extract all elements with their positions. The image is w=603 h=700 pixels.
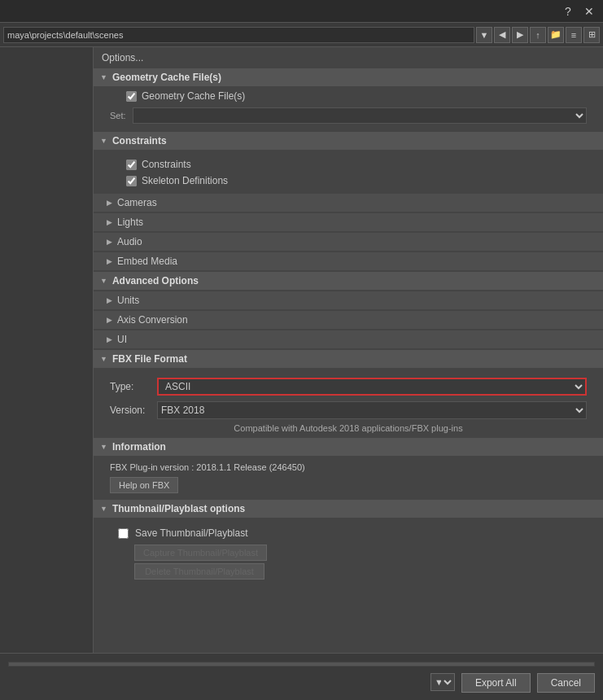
set-row: Set: — [94, 104, 603, 127]
help-button[interactable]: ? — [561, 4, 575, 19]
sidebar — [0, 47, 94, 653]
geometry-cache-section-header[interactable]: ▼ Geometry Cache File(s) — [94, 68, 603, 86]
bottom-bar: ▼ Export All Cancel — [0, 653, 603, 700]
units-section-header[interactable]: ▶ Units — [94, 291, 603, 309]
information-section-header[interactable]: ▼ Information — [94, 438, 603, 456]
title-bar: ? ✕ — [0, 0, 603, 23]
units-label: Units — [117, 295, 139, 306]
cameras-arrow: ▶ — [107, 199, 112, 207]
ui-arrow: ▶ — [107, 335, 112, 343]
geometry-cache-checkbox[interactable] — [126, 91, 137, 102]
path-forward-btn[interactable]: ▶ — [512, 27, 528, 43]
thumbnail-section-header[interactable]: ▼ Thumbnail/Playblast options — [94, 500, 603, 518]
delete-thumbnail-button[interactable]: Delete Thumbnail/Playblast — [134, 563, 264, 580]
axis-conversion-label: Axis Conversion — [117, 314, 188, 326]
version-label: Version: — [110, 405, 151, 416]
audio-arrow: ▶ — [107, 238, 112, 246]
version-row: Version: FBX 2018 FBX 2016 FBX 2014 — [94, 399, 603, 422]
type-row: Type: ASCII Binary — [94, 374, 603, 399]
constraints-checkbox-row: Constraints — [94, 156, 603, 173]
path-input[interactable] — [3, 27, 474, 43]
skeleton-checkbox-label: Skeleton Definitions — [142, 175, 228, 186]
ui-label: UI — [117, 334, 127, 345]
options-header: Options... — [94, 47, 603, 68]
constraints-arrow: ▼ — [100, 137, 107, 145]
lights-section-header[interactable]: ▶ Lights — [94, 213, 603, 231]
advanced-options-arrow: ▼ — [100, 277, 107, 285]
progress-bar — [8, 662, 595, 667]
ui-section-header[interactable]: ▶ UI — [94, 330, 603, 348]
advanced-options-label: Advanced Options — [112, 275, 199, 287]
main-container: Options... ▼ Geometry Cache File(s) Geom… — [0, 47, 603, 653]
path-dropdown-btn[interactable]: ▼ — [476, 27, 492, 43]
constraints-label: Constraints — [112, 135, 167, 147]
close-button[interactable]: ✕ — [582, 4, 596, 19]
thumbnail-arrow: ▼ — [100, 505, 107, 513]
save-thumb-row: Save Thumbnail/Playblast — [94, 524, 603, 542]
path-up-btn[interactable]: ↑ — [530, 27, 546, 43]
constraints-checkbox-label: Constraints — [142, 159, 191, 170]
embed-media-label: Embed Media — [117, 256, 177, 267]
info-content: FBX Plug-in version : 2018.1.1 Release (… — [94, 457, 603, 500]
constraints-checkbox[interactable] — [126, 160, 137, 170]
fbx-label: FBX File Format — [112, 353, 187, 365]
info-version-text: FBX Plug-in version : 2018.1.1 Release (… — [110, 461, 587, 474]
geometry-cache-checkbox-row: Geometry Cache File(s) — [94, 88, 603, 104]
audio-label: Audio — [117, 236, 142, 247]
path-list-btn[interactable]: ≡ — [566, 27, 582, 43]
thumbnail-label: Thumbnail/Playblast options — [112, 503, 245, 514]
path-back-btn[interactable]: ◀ — [494, 27, 510, 43]
embed-media-section-header[interactable]: ▶ Embed Media — [94, 252, 603, 270]
save-thumbnail-label: Save Thumbnail/Playblast — [135, 527, 248, 539]
help-on-fbx-button[interactable]: Help on FBX — [110, 477, 178, 493]
geometry-cache-arrow: ▼ — [100, 73, 107, 81]
path-bar: ▼ ◀ ▶ ↑ 📁 ≡ ⊞ — [0, 23, 603, 47]
compat-text: Compatible with Autodesk 2018 applicatio… — [94, 422, 603, 438]
type-label: Type: — [110, 381, 151, 392]
skeleton-checkbox-row: Skeleton Definitions — [94, 173, 603, 189]
save-thumbnail-checkbox[interactable] — [118, 528, 129, 539]
constraints-section-header[interactable]: ▼ Constraints — [94, 132, 603, 150]
type-select[interactable]: ASCII Binary — [157, 378, 587, 396]
axis-conversion-section-header[interactable]: ▶ Axis Conversion — [94, 311, 603, 329]
cameras-label: Cameras — [117, 197, 157, 208]
lights-arrow: ▶ — [107, 218, 112, 226]
units-arrow: ▶ — [107, 296, 112, 304]
axis-conversion-arrow: ▶ — [107, 316, 112, 324]
fbx-arrow: ▼ — [100, 355, 107, 363]
information-label: Information — [112, 441, 166, 453]
embed-media-arrow: ▶ — [107, 257, 112, 265]
information-arrow: ▼ — [100, 443, 107, 451]
skeleton-checkbox[interactable] — [126, 176, 137, 186]
fbx-file-format-section-header[interactable]: ▼ FBX File Format — [94, 350, 603, 368]
geometry-cache-checkbox-label: Geometry Cache File(s) — [142, 90, 245, 102]
path-grid-btn[interactable]: ⊞ — [583, 27, 600, 43]
lights-label: Lights — [117, 217, 143, 228]
export-all-button[interactable]: Export All — [461, 673, 531, 693]
cameras-section-header[interactable]: ▶ Cameras — [94, 194, 603, 212]
path-folder-btn[interactable]: 📁 — [548, 27, 564, 43]
version-select[interactable]: FBX 2018 FBX 2016 FBX 2014 — [157, 401, 587, 419]
cancel-button[interactable]: Cancel — [537, 673, 595, 693]
capture-thumbnail-button[interactable]: Capture Thumbnail/Playblast — [134, 545, 267, 561]
audio-section-header[interactable]: ▶ Audio — [94, 233, 603, 251]
bottom-row: ▼ Export All Cancel — [430, 673, 595, 693]
set-label: Set: — [110, 111, 126, 120]
geometry-cache-label: Geometry Cache File(s) — [112, 72, 221, 83]
content-area[interactable]: Options... ▼ Geometry Cache File(s) Geom… — [94, 47, 603, 653]
bottom-dropdown[interactable]: ▼ — [430, 673, 455, 691]
set-dropdown[interactable] — [133, 107, 587, 124]
advanced-options-section-header[interactable]: ▼ Advanced Options — [94, 272, 603, 290]
